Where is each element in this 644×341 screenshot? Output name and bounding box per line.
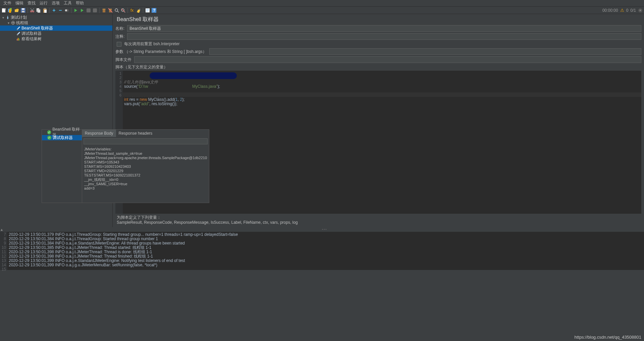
svg-point-16 bbox=[65, 9, 67, 11]
svg-point-36 bbox=[17, 29, 18, 30]
script-label: 脚本（见下文所定义的变量） bbox=[113, 64, 644, 71]
tree-view-results[interactable]: 察看结果树 bbox=[0, 36, 112, 42]
reset-label: 每次调用前重置 bsh.Interpreter bbox=[124, 41, 179, 47]
menu-help[interactable]: 帮助 bbox=[74, 0, 86, 6]
svg-rect-1 bbox=[4, 8, 6, 10]
results-popup: ✓ BeanShell 取样器 ✓ 调试取样器 Response Body Re… bbox=[42, 129, 209, 203]
response-body-text[interactable]: JMeterVariables: JMeterThread.last_sampl… bbox=[82, 146, 209, 203]
svg-rect-19 bbox=[103, 9, 105, 12]
tab-response-body[interactable]: Response Body bbox=[82, 130, 116, 137]
paste-icon[interactable] bbox=[42, 8, 48, 13]
svg-rect-18 bbox=[93, 8, 97, 12]
svg-rect-4 bbox=[9, 9, 11, 13]
svg-rect-11 bbox=[38, 9, 40, 13]
file-label: 脚本文件 bbox=[115, 57, 131, 63]
reset-checkbox[interactable] bbox=[117, 42, 121, 47]
log-viewer-icon[interactable] bbox=[145, 8, 150, 13]
log-text[interactable]: 2020-12-29 13:50:01,379 INFO o.a.j.t.Thr… bbox=[7, 232, 644, 270]
run-no-pause-icon[interactable] bbox=[79, 8, 85, 13]
result-beanshell[interactable]: ✓ BeanShell 取样器 bbox=[42, 130, 82, 135]
svg-text:?: ? bbox=[153, 8, 155, 13]
clear-log-icon[interactable] bbox=[136, 8, 141, 13]
results-tree[interactable]: ✓ BeanShell 取样器 ✓ 调试取样器 bbox=[42, 130, 82, 203]
tree-thread-group[interactable]: ▾ 线程组 bbox=[0, 20, 112, 25]
redaction-overlay bbox=[150, 72, 237, 79]
search-icon[interactable] bbox=[114, 8, 119, 13]
comment-input[interactable] bbox=[127, 33, 641, 40]
clear-all-icon[interactable] bbox=[108, 8, 113, 13]
result-tabs: Response Body Response headers bbox=[82, 130, 209, 137]
menu-run[interactable]: 运行 bbox=[38, 0, 50, 6]
params-input[interactable] bbox=[209, 48, 641, 55]
svg-rect-7 bbox=[22, 11, 24, 12]
shutdown-icon[interactable] bbox=[92, 8, 98, 13]
log-panel[interactable]: ▴ 789101112131415 2020-12-29 13:50:01,37… bbox=[0, 230, 644, 270]
watermark: https://blog.csdn.net/qq_43508801 bbox=[575, 335, 642, 340]
thread-ratio: 0/1 bbox=[630, 8, 636, 13]
menu-file[interactable]: 文件 bbox=[1, 0, 13, 6]
collapse-icon[interactable]: − bbox=[58, 8, 63, 13]
warning-icon[interactable]: ⚠ bbox=[620, 8, 624, 13]
svg-rect-25 bbox=[139, 9, 140, 10]
name-input[interactable] bbox=[127, 25, 641, 32]
success-icon: ✓ bbox=[47, 130, 51, 134]
svg-rect-38 bbox=[17, 39, 17, 41]
svg-rect-29 bbox=[146, 11, 148, 11]
file-input[interactable] bbox=[134, 56, 641, 63]
menu-tools[interactable]: 工具 bbox=[62, 0, 74, 6]
new-icon[interactable] bbox=[1, 8, 7, 13]
tab-response-headers[interactable]: Response headers bbox=[116, 130, 155, 137]
svg-rect-39 bbox=[18, 38, 18, 41]
cut-icon[interactable] bbox=[30, 8, 35, 13]
func-helper-icon[interactable]: fx bbox=[129, 8, 135, 13]
svg-rect-14 bbox=[44, 10, 47, 13]
svg-point-33 bbox=[640, 10, 641, 11]
panel-title: BeanShell 取样器 bbox=[113, 14, 644, 24]
comment-label: 注释: bbox=[115, 34, 124, 40]
tree-beanshell-sampler[interactable]: BeanShell 取样器 bbox=[0, 25, 112, 31]
expand-icon[interactable]: + bbox=[51, 8, 57, 13]
menu-find[interactable]: 查找 bbox=[25, 0, 38, 6]
toolbar: + − fx ? 00:00:00 ⚠ 0 0/1 bbox=[0, 7, 644, 14]
name-label: 名称: bbox=[115, 26, 124, 31]
result-search-input[interactable] bbox=[84, 138, 208, 144]
copy-icon[interactable] bbox=[36, 8, 41, 13]
svg-rect-40 bbox=[19, 39, 19, 41]
svg-point-21 bbox=[115, 9, 118, 11]
svg-point-37 bbox=[17, 34, 18, 36]
svg-text:fx: fx bbox=[130, 8, 133, 13]
clear-icon[interactable] bbox=[101, 8, 107, 13]
svg-rect-27 bbox=[146, 9, 149, 9]
open-icon[interactable] bbox=[14, 8, 19, 13]
vars-footer: 为脚本定义了下列变量： SampleResult, ResponseCode, … bbox=[113, 214, 644, 227]
svg-point-35 bbox=[12, 22, 14, 23]
menu-edit[interactable]: 编辑 bbox=[13, 0, 25, 6]
help-icon[interactable]: ? bbox=[151, 8, 157, 13]
menu-bar: 文件 编辑 查找 运行 选项 工具 帮助 bbox=[0, 0, 644, 7]
tree-test-plan[interactable]: ▾ 测试计划 bbox=[0, 15, 112, 20]
tree-debug-sampler[interactable]: 调试取样器 bbox=[0, 31, 112, 36]
menu-options[interactable]: 选项 bbox=[50, 0, 62, 6]
server-icon[interactable] bbox=[638, 8, 643, 13]
stop-icon[interactable] bbox=[86, 8, 91, 13]
svg-rect-28 bbox=[146, 10, 149, 10]
success-icon: ✓ bbox=[47, 136, 51, 140]
svg-rect-17 bbox=[87, 8, 91, 12]
toggle-icon[interactable] bbox=[64, 8, 69, 13]
elapsed-time: 00:00:00 bbox=[602, 8, 618, 13]
warning-count: 0 bbox=[626, 8, 629, 13]
log-collapse-icon[interactable]: ▴ bbox=[1, 227, 3, 232]
params-label: 参数 （-> String Parameters 和 String [ ]bsh… bbox=[115, 49, 207, 55]
save-icon[interactable] bbox=[20, 8, 26, 13]
log-gutter: 789101112131415 bbox=[0, 232, 7, 270]
svg-rect-6 bbox=[22, 8, 24, 10]
reset-search-icon[interactable] bbox=[120, 8, 126, 13]
run-icon[interactable] bbox=[73, 8, 78, 13]
svg-rect-13 bbox=[44, 8, 46, 9]
templates-icon[interactable] bbox=[8, 8, 13, 13]
